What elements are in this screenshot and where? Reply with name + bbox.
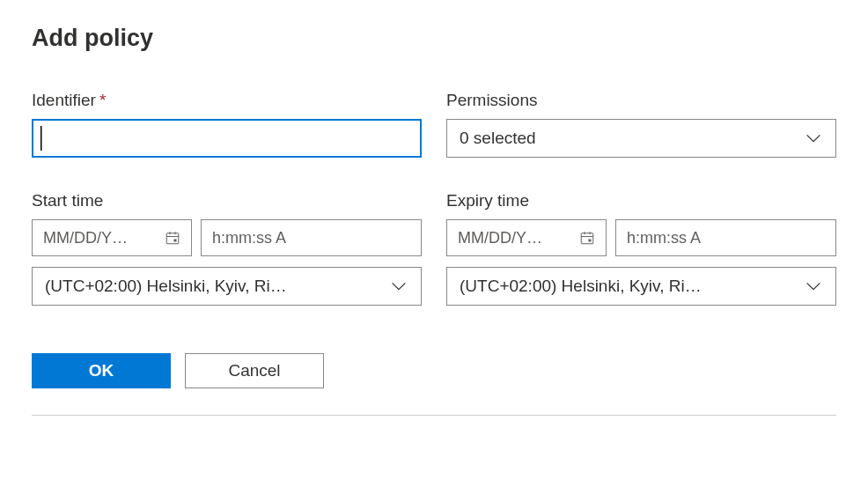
identifier-label: Identifier* [32, 91, 422, 110]
start-timezone-text: (UTC+02:00) Helsinki, Kyiv, Ri… [45, 277, 296, 296]
svg-rect-4 [174, 240, 177, 242]
identifier-label-text: Identifier [32, 91, 96, 109]
expiry-time-input[interactable]: h:mm:ss A [615, 219, 836, 256]
cancel-button[interactable]: Cancel [185, 353, 324, 388]
calendar-icon [579, 230, 595, 246]
identifier-input[interactable] [32, 119, 422, 158]
permissions-select[interactable]: 0 selected [446, 119, 836, 158]
expiry-time-datetime-row: MM/DD/Y… h:mm:ss A [446, 219, 836, 256]
start-time-label: Start time [32, 191, 422, 210]
expiry-time-placeholder: h:mm:ss A [627, 229, 701, 247]
ok-button[interactable]: OK [32, 353, 171, 388]
form-grid: Identifier* Permissions 0 selected Start… [32, 91, 836, 306]
divider [32, 415, 836, 416]
svg-rect-0 [166, 233, 179, 244]
required-indicator: * [99, 91, 106, 109]
start-time-placeholder: h:mm:ss A [212, 229, 286, 247]
permissions-selected-text: 0 selected [460, 129, 536, 148]
expiry-timezone-text: (UTC+02:00) Helsinki, Kyiv, Ri… [460, 277, 710, 296]
expiry-time-label: Expiry time [446, 191, 836, 210]
calendar-icon [165, 230, 180, 246]
chevron-down-icon [804, 277, 823, 296]
expiry-timezone-select[interactable]: (UTC+02:00) Helsinki, Kyiv, Ri… [446, 267, 836, 306]
start-time-datetime-row: MM/DD/Y… h:mm:ss A [32, 219, 422, 256]
button-row: OK Cancel [32, 353, 836, 388]
svg-rect-5 [581, 233, 593, 244]
svg-rect-9 [589, 240, 592, 242]
permissions-field: Permissions 0 selected [446, 91, 836, 158]
identifier-field: Identifier* [32, 91, 422, 158]
expiry-date-placeholder: MM/DD/Y… [458, 229, 570, 247]
start-time-input[interactable]: h:mm:ss A [201, 219, 422, 256]
expiry-date-input[interactable]: MM/DD/Y… [446, 219, 607, 256]
permissions-label: Permissions [446, 91, 836, 110]
page-title: Add policy [32, 25, 836, 52]
start-date-placeholder: MM/DD/Y… [43, 229, 156, 247]
start-timezone-select[interactable]: (UTC+02:00) Helsinki, Kyiv, Ri… [32, 267, 422, 306]
expiry-time-field: Expiry time MM/DD/Y… h:mm:ss A (UTC+02:0… [446, 191, 836, 306]
chevron-down-icon [804, 129, 823, 148]
chevron-down-icon [389, 277, 408, 296]
start-time-field: Start time MM/DD/Y… h:mm:ss A (UTC+02:00… [32, 191, 422, 306]
start-date-input[interactable]: MM/DD/Y… [32, 219, 192, 256]
